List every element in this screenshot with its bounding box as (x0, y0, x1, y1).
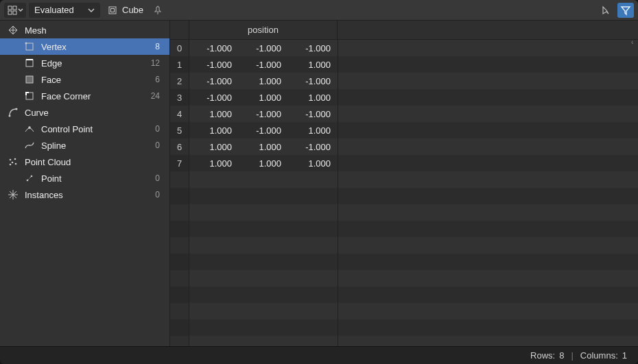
svg-point-7 (25, 43, 27, 45)
mesh-icon (7, 25, 19, 36)
curve-icon (7, 107, 19, 118)
column-header-position[interactable]: position (189, 21, 338, 39)
control-point-icon (23, 123, 36, 134)
group-label: Mesh (25, 25, 160, 36)
svg-point-13 (16, 108, 18, 110)
table-row[interactable]: 1-1.000-1.0001.000 (170, 56, 638, 73)
separator: | (571, 350, 573, 361)
domain-sidebar: MeshVertex8Edge12Face6Face Corner24Curve… (0, 21, 170, 346)
row-index: 2 (170, 73, 189, 89)
item-count: 8 (155, 42, 160, 51)
table-row-empty (170, 221, 638, 237)
svg-rect-0 (8, 6, 12, 10)
svg-rect-10 (26, 76, 33, 83)
cell-y: -1.000 (239, 43, 288, 53)
editor-type-menu[interactable] (4, 3, 26, 18)
item-count: 24 (151, 91, 160, 101)
face-corner-icon (23, 90, 36, 101)
table-header: position (170, 21, 638, 40)
item-count: 6 (155, 75, 160, 84)
domain-item-face-corner[interactable]: Face Corner24 (0, 88, 169, 104)
row-index: 0 (170, 40, 189, 56)
table-row[interactable]: 51.000-1.0001.000 (170, 122, 638, 138)
domain-item-edge[interactable]: Edge12 (0, 55, 169, 71)
table-row-empty (170, 336, 638, 346)
row-index-empty (170, 188, 189, 204)
row-index-empty (170, 254, 189, 270)
object-icon (107, 5, 118, 16)
table-row[interactable]: 2-1.0001.000-1.000 (170, 73, 638, 89)
svg-rect-1 (13, 6, 16, 10)
table-row[interactable]: 61.0001.000-1.000 (170, 138, 638, 155)
table-row[interactable]: 41.000-1.000-1.000 (170, 106, 638, 122)
svg-point-16 (14, 158, 16, 160)
pin-button[interactable] (150, 3, 165, 18)
table-row-empty (170, 303, 638, 319)
svg-rect-6 (26, 43, 33, 50)
row-index: 5 (170, 122, 189, 138)
evaluation-mode-label: Evaluated (34, 5, 74, 15)
vertex-icon (23, 41, 36, 52)
row-index-empty (170, 171, 189, 188)
item-count: 12 (151, 58, 160, 68)
domain-item-vertex[interactable]: Vertex8 (0, 38, 169, 55)
table-row-empty (170, 171, 638, 188)
cell-x: 1.000 (189, 142, 239, 152)
filter-toggle[interactable] (617, 3, 634, 18)
cell-y: 1.000 (239, 158, 288, 169)
table-row-empty (170, 287, 638, 303)
domain-group-curve[interactable]: Curve (0, 104, 169, 121)
index-header (170, 21, 189, 39)
svg-point-15 (10, 159, 12, 161)
spreadsheet-area: position 0-1.000-1.000-1.0001-1.000-1.00… (170, 21, 638, 346)
cell-z: -1.000 (288, 43, 338, 53)
cell-x: -1.000 (189, 60, 239, 70)
svg-rect-11 (26, 93, 33, 99)
evaluation-mode-select[interactable]: Evaluated (29, 3, 100, 18)
group-label: Instances (25, 190, 155, 200)
domain-item-spline[interactable]: Spline0 (0, 137, 169, 154)
domain-item-point[interactable]: Point0 (0, 170, 169, 186)
item-label: Edge (41, 58, 151, 69)
domain-group-mesh[interactable]: Mesh (0, 22, 169, 38)
domain-item-face[interactable]: Face6 (0, 71, 169, 88)
cell-z: -1.000 (288, 76, 338, 86)
table-body: 0-1.000-1.000-1.0001-1.000-1.0001.0002-1… (170, 40, 638, 346)
columns-value: 1 (622, 350, 627, 361)
cell-z: 1.000 (288, 93, 338, 103)
cell-y: -1.000 (239, 125, 288, 136)
domain-item-control-point[interactable]: Control Point0 (0, 121, 169, 137)
point-icon (23, 173, 36, 184)
cell-x: 1.000 (189, 109, 239, 119)
cell-z: 1.000 (288, 158, 338, 169)
cell-x: -1.000 (189, 76, 239, 86)
table-row-empty (170, 254, 638, 270)
table-row[interactable]: 71.0001.0001.000 (170, 155, 638, 171)
table-row-empty (170, 270, 638, 287)
cell-y: 1.000 (239, 93, 288, 103)
sidebar-collapse-tab[interactable]: ‹ (631, 38, 638, 48)
table-row[interactable]: 0-1.000-1.000-1.000 (170, 40, 638, 56)
rows-label: Rows: (530, 350, 555, 361)
instances-icon (7, 189, 19, 200)
row-index: 4 (170, 106, 189, 122)
row-index: 7 (170, 155, 189, 171)
item-label: Face Corner (41, 91, 151, 101)
item-label: Control Point (41, 124, 155, 134)
cell-x: 1.000 (189, 125, 239, 136)
cell-z: 1.000 (288, 60, 338, 70)
table-row[interactable]: 3-1.0001.0001.000 (170, 89, 638, 106)
item-label: Vertex (41, 42, 155, 52)
item-count: 0 (155, 173, 160, 183)
spline-icon (23, 140, 36, 151)
selection-sync-toggle[interactable] (598, 3, 615, 18)
item-label: Face (41, 75, 155, 85)
item-label: Point (41, 173, 155, 184)
domain-group-instances[interactable]: Instances0 (0, 186, 169, 203)
svg-point-14 (28, 126, 31, 129)
svg-point-19 (10, 164, 12, 166)
item-count: 0 (155, 124, 160, 134)
edge-icon (23, 58, 36, 69)
svg-point-12 (9, 115, 11, 117)
domain-group-point-cloud[interactable]: Point Cloud (0, 154, 169, 170)
